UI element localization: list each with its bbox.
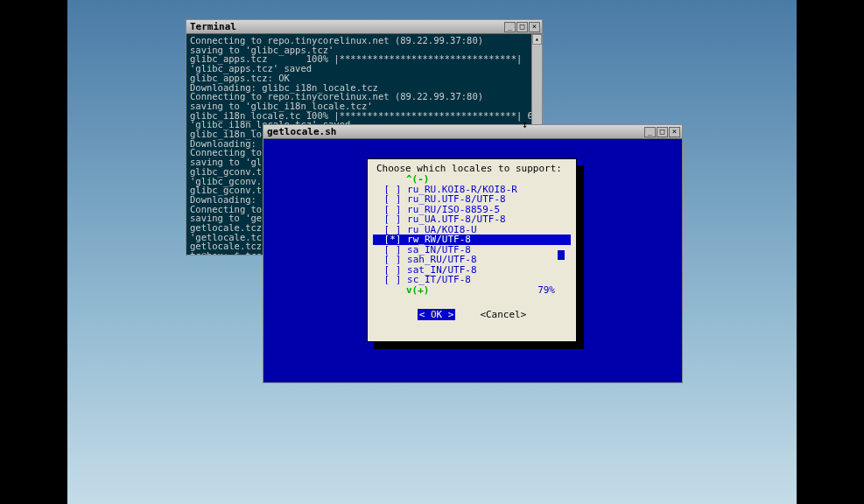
dialog-prompt: Choose which locales to support: [368, 159, 576, 174]
minimize-button[interactable]: _ [504, 22, 516, 32]
locale-dialog: Choose which locales to support: ^(-) [ … [367, 158, 577, 342]
close-button[interactable]: × [529, 22, 540, 32]
minimize-button[interactable]: _ [644, 127, 656, 137]
dialog-titlebar[interactable]: ↕ getlocale.sh _ □ × [263, 125, 682, 139]
locale-item[interactable]: [ ] sc_IT/UTF-8 [373, 275, 571, 285]
dialog-buttons: < OK > <Cancel> [368, 309, 576, 320]
scroll-down-indicator: v(+)79% [373, 285, 571, 296]
resize-cursor-icon: ↕ [522, 118, 528, 130]
terminal-title: Terminal [188, 21, 504, 32]
terminal-titlebar[interactable]: Terminal _ □ × [186, 20, 542, 34]
locale-item[interactable]: [ ] sah_RU/UTF-8 [373, 255, 571, 265]
scroll-percent: 79% [537, 285, 571, 296]
maximize-button[interactable]: □ [516, 22, 528, 32]
locale-item[interactable]: [*] rw_RW/UTF-8 [373, 234, 571, 245]
scroll-up-indicator: ^(-) [373, 174, 571, 185]
dialog-title: getlocale.sh [265, 126, 644, 137]
close-button[interactable]: × [669, 127, 680, 137]
dialog-body: Choose which locales to support: ^(-) [ … [263, 139, 682, 382]
ok-button[interactable]: < OK > [418, 309, 456, 320]
locale-list[interactable]: ^(-) [ ] ru_RU.KOI8-R/KOI8-R [ ] ru_RU.U… [373, 174, 571, 297]
scroll-up-icon[interactable]: ▴ [532, 34, 542, 45]
locale-item[interactable]: [ ] ru_RU.UTF-8/UTF-8 [373, 194, 571, 205]
list-scrollbar-thumb[interactable] [558, 250, 565, 260]
getlocale-window: ↕ getlocale.sh _ □ × Choose which locale… [263, 124, 683, 383]
cancel-button[interactable]: <Cancel> [480, 309, 526, 320]
maximize-button[interactable]: □ [657, 127, 668, 137]
locale-item[interactable]: [ ] ru_UA.UTF-8/UTF-8 [373, 214, 571, 225]
